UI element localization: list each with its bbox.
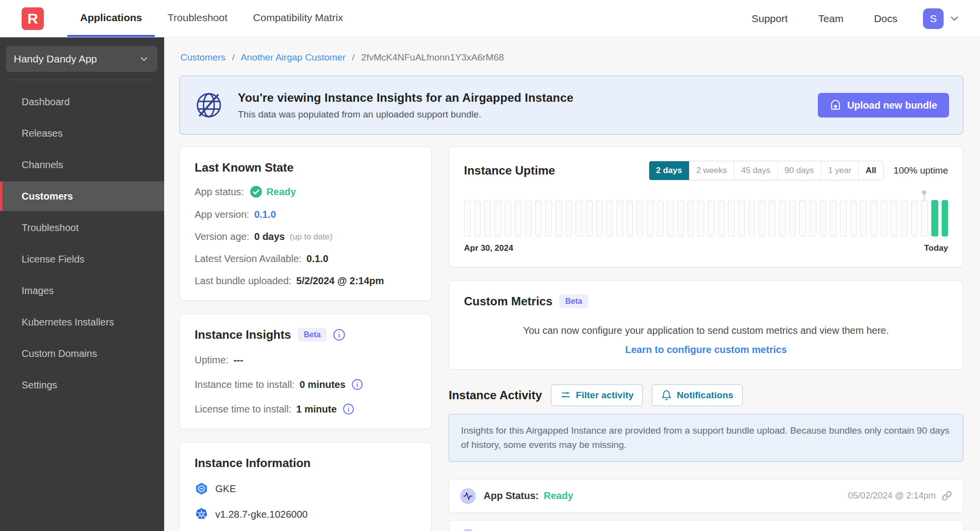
breadcrumb-customer-name[interactable]: Another Airgap Customer <box>241 52 346 62</box>
app-version-value[interactable]: 0.1.0 <box>254 209 276 220</box>
uptime-bar[interactable] <box>870 200 877 236</box>
uptime-bar[interactable] <box>688 200 694 236</box>
uptime-bar[interactable] <box>474 200 481 236</box>
uptime-bars[interactable] <box>464 200 948 236</box>
uptime-bar[interactable] <box>779 200 786 236</box>
nav-link-docs[interactable]: Docs <box>874 13 897 25</box>
event-row[interactable]: App Status: Ready 05/02/2024 @ 2:14pm <box>449 479 963 513</box>
range-1-year[interactable]: 1 year <box>821 161 858 180</box>
uptime-bar[interactable] <box>881 200 888 236</box>
upload-icon <box>830 99 841 111</box>
link-icon[interactable] <box>942 491 952 501</box>
uptime-bar[interactable] <box>728 200 735 236</box>
sidebar-item-kubernetes-installers[interactable]: Kubernetes Installers <box>0 307 164 337</box>
version-age-value: 0 days <box>254 231 285 242</box>
banner-title: You're viewing Instance Insights for an … <box>238 91 574 105</box>
notifications-button[interactable]: Notifications <box>652 384 743 406</box>
upload-button-label: Upload new bundle <box>847 100 937 111</box>
replicated-logo[interactable]: R <box>22 7 44 30</box>
uptime-bar[interactable] <box>850 200 857 236</box>
uptime-bar[interactable] <box>809 200 816 236</box>
custom-metrics-description: You can now configure your application t… <box>464 325 948 336</box>
info-icon[interactable] <box>343 403 354 415</box>
range-all[interactable]: All <box>858 161 883 180</box>
uptime-bar[interactable] <box>799 200 806 236</box>
app-version-label: App version: <box>195 209 249 220</box>
uptime-bar[interactable] <box>830 200 836 236</box>
uptime-bar[interactable] <box>758 200 765 236</box>
uptime-bar[interactable] <box>677 200 684 236</box>
uptime-bar[interactable] <box>535 200 542 236</box>
uptime-bar[interactable] <box>494 200 501 236</box>
uptime-bar[interactable] <box>525 200 532 236</box>
uptime-bar[interactable] <box>515 200 521 236</box>
uptime-bar[interactable] <box>606 200 613 236</box>
uptime-bar[interactable] <box>647 200 654 236</box>
configure-custom-metrics-link[interactable]: Learn to configure custom metrics <box>464 344 948 355</box>
uptime-bar[interactable] <box>911 200 918 236</box>
uptime-bar[interactable] <box>484 200 491 236</box>
uptime-bar[interactable] <box>576 200 582 236</box>
uptime-bar[interactable] <box>942 200 949 236</box>
uptime-bar[interactable] <box>749 200 755 236</box>
nav-link-team[interactable]: Team <box>818 13 843 25</box>
uptime-bar[interactable] <box>718 200 725 236</box>
uptime-bar[interactable] <box>657 200 664 236</box>
uptime-bar[interactable] <box>901 200 908 236</box>
sidebar-item-customers[interactable]: Customers <box>0 181 164 211</box>
banner-subtitle: This data was populated from an uploaded… <box>238 109 574 120</box>
uptime-bar[interactable] <box>840 200 847 236</box>
sidebar-item-channels[interactable]: Channels <box>0 150 164 179</box>
main-content: Customers / Another Airgap Customer / 2f… <box>164 37 980 531</box>
uptime-bar[interactable] <box>464 200 471 236</box>
uptime-bar[interactable] <box>931 200 938 236</box>
uptime-bar[interactable] <box>860 200 867 236</box>
sidebar-item-troubleshoot[interactable]: Troubleshoot <box>0 213 164 242</box>
event-row[interactable]: App Status: Updating 05/02/2024 @ 2:14pm <box>449 520 963 531</box>
breadcrumb-customers[interactable]: Customers <box>180 52 226 62</box>
uptime-bar[interactable] <box>921 200 928 236</box>
uptime-bar[interactable] <box>505 200 512 236</box>
avatar[interactable]: S <box>923 8 944 29</box>
range-2-days[interactable]: 2 days <box>649 161 689 180</box>
range-2-weeks[interactable]: 2 weeks <box>689 161 734 180</box>
sidebar-item-releases[interactable]: Releases <box>0 118 164 148</box>
uptime-bar[interactable] <box>596 200 603 236</box>
sidebar-item-images[interactable]: Images <box>0 276 164 305</box>
uptime-bar[interactable] <box>738 200 745 236</box>
sidebar-item-custom-domains[interactable]: Custom Domains <box>0 339 164 368</box>
uptime-bar[interactable] <box>891 200 897 236</box>
uptime-bar[interactable] <box>586 200 593 236</box>
range-45-days[interactable]: 45 days <box>734 161 778 180</box>
instance-information-card: Instance Information GKE v1.28.7-gke.102… <box>179 442 432 531</box>
uptime-bar[interactable] <box>616 200 623 236</box>
sidebar-item-dashboard[interactable]: Dashboard <box>0 87 164 117</box>
uptime-bar[interactable] <box>566 200 573 236</box>
nav-link-support[interactable]: Support <box>751 13 788 25</box>
tab-compatibility-matrix[interactable]: Compatibility Matrix <box>240 0 356 37</box>
uptime-bar[interactable] <box>667 200 674 236</box>
info-icon[interactable] <box>333 328 346 341</box>
uptime-bar[interactable] <box>636 200 643 236</box>
uptime-bar[interactable] <box>555 200 562 236</box>
uptime-bar[interactable] <box>545 200 552 236</box>
sidebar-item-settings[interactable]: Settings <box>0 370 164 400</box>
chevron-down-icon[interactable] <box>949 13 960 25</box>
range-90-days[interactable]: 90 days <box>778 161 821 180</box>
app-selector[interactable]: Handy Dandy App <box>6 46 157 72</box>
filter-activity-button[interactable]: Filter activity <box>551 384 643 406</box>
primary-tabs: Applications Troubleshoot Compatibility … <box>67 0 356 37</box>
uptime-bar[interactable] <box>697 200 704 236</box>
uptime-bar[interactable] <box>820 200 827 236</box>
upload-new-bundle-button[interactable]: Upload new bundle <box>818 93 949 118</box>
uptime-bar[interactable] <box>769 200 776 236</box>
info-icon[interactable] <box>351 379 363 390</box>
kubernetes-version-value: v1.28.7-gke.1026000 <box>215 509 308 520</box>
sidebar-item-license-fields[interactable]: License Fields <box>0 244 164 274</box>
uptime-bar[interactable] <box>708 200 715 236</box>
uptime-bar[interactable] <box>789 200 796 236</box>
tab-troubleshoot[interactable]: Troubleshoot <box>155 0 240 37</box>
uptime-bar[interactable] <box>627 200 634 236</box>
tab-applications[interactable]: Applications <box>67 0 155 37</box>
check-circle-icon <box>250 185 262 198</box>
